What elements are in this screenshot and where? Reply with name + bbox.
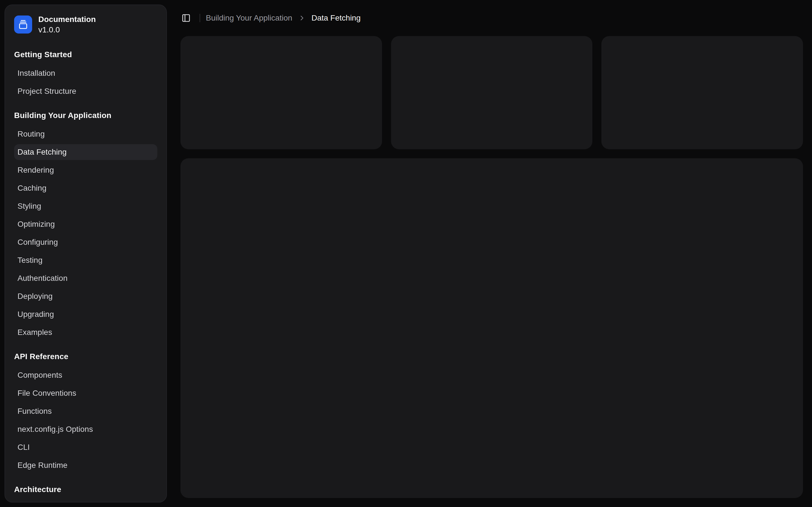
sidebar-nav: Getting Started Installation Project Str… (10, 47, 162, 503)
sidebar-item-configuring[interactable]: Configuring (14, 234, 157, 250)
sidebar-menu-row: CLI (14, 438, 157, 456)
panel-left-icon (182, 13, 191, 22)
app-title-block: Documentation v1.0.0 (38, 14, 96, 35)
sidebar-item-upgrading[interactable]: Upgrading (14, 306, 157, 322)
sidebar-panel: Documentation v1.0.0 Getting Started Ins… (4, 4, 167, 503)
sidebar-item-file-conventions[interactable]: File Conventions (14, 385, 157, 401)
sidebar-item-edge-runtime[interactable]: Edge Runtime (14, 457, 157, 473)
sidebar-menu-row: Testing (14, 251, 157, 269)
placeholder-card (391, 36, 593, 149)
sidebar-menu-row: Authentication (14, 269, 157, 287)
sidebar-menu-row: Deploying (14, 287, 157, 305)
header-separator (200, 14, 200, 22)
main-content: Building Your Application Data Fetching (171, 0, 812, 507)
sidebar-menu-row: Styling (14, 197, 157, 215)
sidebar-menu: Routing Data Fetching Rendering Caching … (14, 125, 157, 341)
sidebar-group-label: Building Your Application (14, 108, 157, 123)
sidebar-item-optimizing[interactable]: Optimizing (14, 216, 157, 232)
sidebar-menu-row: Optimizing (14, 215, 157, 233)
sidebar-menu-row: Examples (14, 323, 157, 341)
sidebar-menu-row: Rendering (14, 161, 157, 179)
sidebar-menu-row: Upgrading (14, 305, 157, 323)
sidebar-item-examples[interactable]: Examples (14, 325, 157, 340)
sidebar-item-deploying[interactable]: Deploying (14, 288, 157, 304)
sidebar-menu-row: Functions (14, 402, 157, 420)
sidebar-item-rendering[interactable]: Rendering (14, 162, 157, 178)
sidebar-menu-row: File Conventions (14, 384, 157, 402)
sidebar-menu-row: Project Structure (14, 82, 157, 100)
sidebar-item-project-structure[interactable]: Project Structure (14, 83, 157, 99)
placeholder-card (601, 36, 803, 149)
breadcrumb-current-page: Data Fetching (312, 13, 361, 22)
sidebar-group: Architecture Accessibility (10, 482, 162, 503)
sidebar-item-accessibility[interactable]: Accessibility (14, 500, 157, 503)
sidebar-toggle-button[interactable] (178, 10, 194, 26)
sidebar-menu: Accessibility (14, 499, 157, 503)
sidebar-group-label: API Reference (14, 349, 157, 364)
chevron-right-icon (298, 14, 306, 22)
sidebar-menu-row: Installation (14, 64, 157, 82)
breadcrumb-parent-link[interactable]: Building Your Application (206, 13, 292, 22)
sidebar-menu-row: Edge Runtime (14, 456, 157, 474)
sidebar-menu: Installation Project Structure (14, 64, 157, 100)
placeholder-card-row (181, 36, 803, 149)
sidebar-item-styling[interactable]: Styling (14, 198, 157, 214)
sidebar-item-authentication[interactable]: Authentication (14, 270, 157, 286)
sidebar-item-functions[interactable]: Functions (14, 403, 157, 419)
sidebar-group: Getting Started Installation Project Str… (10, 47, 162, 100)
version-switcher-button[interactable]: Documentation v1.0.0 (10, 10, 162, 40)
sidebar-item-data-fetching[interactable]: Data Fetching (14, 144, 157, 160)
sidebar-group-label: Getting Started (14, 47, 157, 62)
sidebar: Documentation v1.0.0 Getting Started Ins… (0, 0, 171, 507)
breadcrumb: Building Your Application Data Fetching (206, 13, 361, 22)
sidebar-item-caching[interactable]: Caching (14, 180, 157, 196)
sidebar-item-installation[interactable]: Installation (14, 65, 157, 81)
sidebar-menu-row: Components (14, 366, 157, 384)
content-area (171, 36, 812, 507)
sidebar-menu-row: Configuring (14, 233, 157, 251)
sidebar-menu-row: Data Fetching (14, 143, 157, 161)
sidebar-group: Building Your Application Routing Data F… (10, 108, 162, 341)
sidebar-item-components[interactable]: Components (14, 367, 157, 383)
sidebar-item-cli[interactable]: CLI (14, 439, 157, 455)
app-title: Documentation (38, 14, 96, 24)
placeholder-card (181, 36, 382, 149)
placeholder-panel (181, 158, 803, 498)
sidebar-group: API Reference Components File Convention… (10, 349, 162, 474)
header: Building Your Application Data Fetching (171, 0, 812, 36)
sidebar-menu-row: Accessibility (14, 499, 157, 503)
sidebar-item-routing[interactable]: Routing (14, 126, 157, 142)
gallery-vertical-end-icon (18, 20, 28, 29)
app-logo (14, 15, 32, 34)
sidebar-menu-row: Routing (14, 125, 157, 143)
app-version: v1.0.0 (38, 24, 96, 35)
sidebar-group-label: Architecture (14, 482, 157, 497)
sidebar-menu-row: next.config.js Options (14, 420, 157, 438)
sidebar-menu: Components File Conventions Functions ne… (14, 366, 157, 474)
sidebar-item-next-config-js-options[interactable]: next.config.js Options (14, 421, 157, 437)
sidebar-menu-row: Caching (14, 179, 157, 197)
sidebar-item-testing[interactable]: Testing (14, 252, 157, 268)
